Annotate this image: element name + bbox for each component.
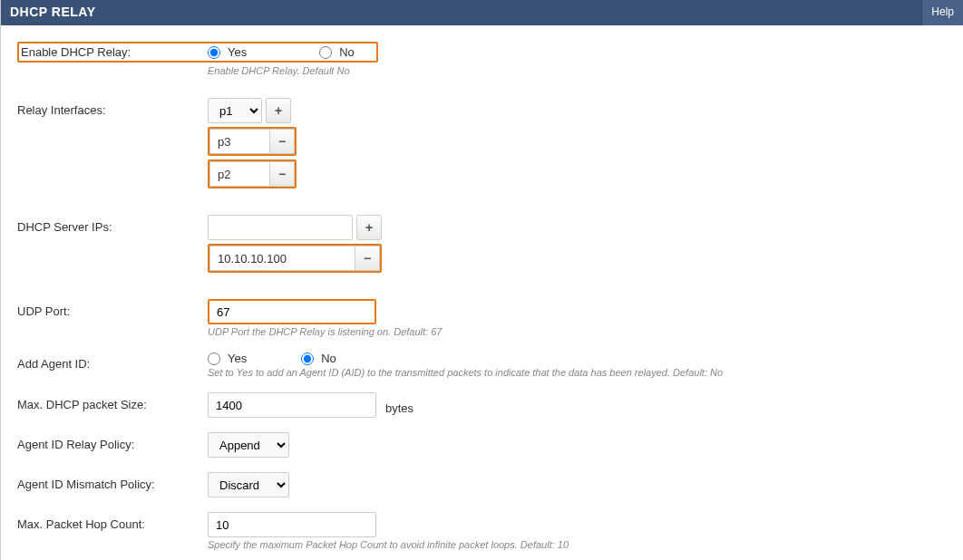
page-title: DHCP RELAY xyxy=(1,0,104,25)
server-ip-add-button[interactable]: + xyxy=(356,215,382,240)
enable-hint: Enable DHCP Relay. Default No xyxy=(208,65,947,76)
server-ip-input[interactable] xyxy=(208,215,353,240)
server-ip-remove-button[interactable]: − xyxy=(355,246,380,271)
form: Enable DHCP Relay: Yes No xyxy=(1,25,963,560)
enable-no-option[interactable]: No xyxy=(319,45,355,59)
row-packet-size: Max. DHCP packet Size: bytes xyxy=(17,392,947,423)
server-ips-label: DHCP Server IPs: xyxy=(17,215,208,234)
row-mismatch-policy: Agent ID Mismatch Policy: Discard xyxy=(17,472,947,503)
enable-label: Enable DHCP Relay: xyxy=(19,45,208,59)
relay-interface-item: p2 xyxy=(209,161,269,187)
relay-interface-select[interactable]: p1 xyxy=(208,98,262,123)
agent-id-yes-radio[interactable] xyxy=(208,352,220,365)
enable-yes-option[interactable]: Yes xyxy=(208,45,247,59)
row-udp-port: UDP Port: UDP Port the DHCP Relay is lis… xyxy=(17,299,947,343)
server-ip-item: 10.10.10.100 xyxy=(209,246,355,271)
page: DHCP RELAY Help Enable DHCP Relay: Yes N… xyxy=(0,0,963,560)
agent-id-no-radio[interactable] xyxy=(301,352,314,365)
relay-interface-add-button[interactable]: + xyxy=(266,98,291,123)
enable-yes-radio[interactable] xyxy=(208,46,220,59)
title-bar: DHCP RELAY Help xyxy=(1,0,963,25)
agent-id-label: Add Agent ID: xyxy=(17,352,208,371)
row-server-ips: DHCP Server IPs: + 10.10.10.100 − xyxy=(17,215,947,294)
relay-policy-label: Agent ID Relay Policy: xyxy=(17,432,208,451)
relay-interfaces-label: Relay Interfaces: xyxy=(17,98,208,117)
agent-id-no-option[interactable]: No xyxy=(301,352,336,365)
row-enable: Enable DHCP Relay: Yes No xyxy=(17,38,947,63)
hop-count-input[interactable] xyxy=(208,512,376,537)
row-relay-policy: Agent ID Relay Policy: Append xyxy=(17,432,947,463)
packet-size-label: Max. DHCP packet Size: xyxy=(17,392,208,411)
hop-count-label: Max. Packet Hop Count: xyxy=(17,512,208,531)
relay-interface-remove-button[interactable]: − xyxy=(269,129,295,154)
relay-policy-select[interactable]: Append xyxy=(208,432,289,458)
enable-no-radio[interactable] xyxy=(319,46,332,59)
packet-size-input[interactable] xyxy=(208,392,376,418)
relay-interface-item: p3 xyxy=(209,129,269,154)
relay-interface-remove-button[interactable]: − xyxy=(269,161,295,187)
row-relay-interfaces: Relay Interfaces: p1 + p3 − p2 xyxy=(17,98,947,210)
packet-size-unit: bytes xyxy=(385,396,413,415)
help-button[interactable]: Help xyxy=(921,0,963,25)
agent-id-yes-option[interactable]: Yes xyxy=(208,352,247,365)
udp-port-hint: UDP Port the DHCP Relay is listening on.… xyxy=(208,326,947,337)
mismatch-policy-label: Agent ID Mismatch Policy: xyxy=(17,472,208,491)
udp-port-input[interactable] xyxy=(208,299,376,324)
mismatch-policy-select[interactable]: Discard xyxy=(208,472,289,497)
hop-count-hint: Specify the maximum Packet Hop Count to … xyxy=(208,539,947,550)
row-agent-id: Add Agent ID: Yes No Set to Yes to add a… xyxy=(17,352,947,383)
udp-port-label: UDP Port: xyxy=(17,299,208,318)
agent-id-hint: Set to Yes to add an Agent ID (AID) to t… xyxy=(208,367,947,378)
row-hop-count: Max. Packet Hop Count: Specify the maxim… xyxy=(17,512,947,555)
